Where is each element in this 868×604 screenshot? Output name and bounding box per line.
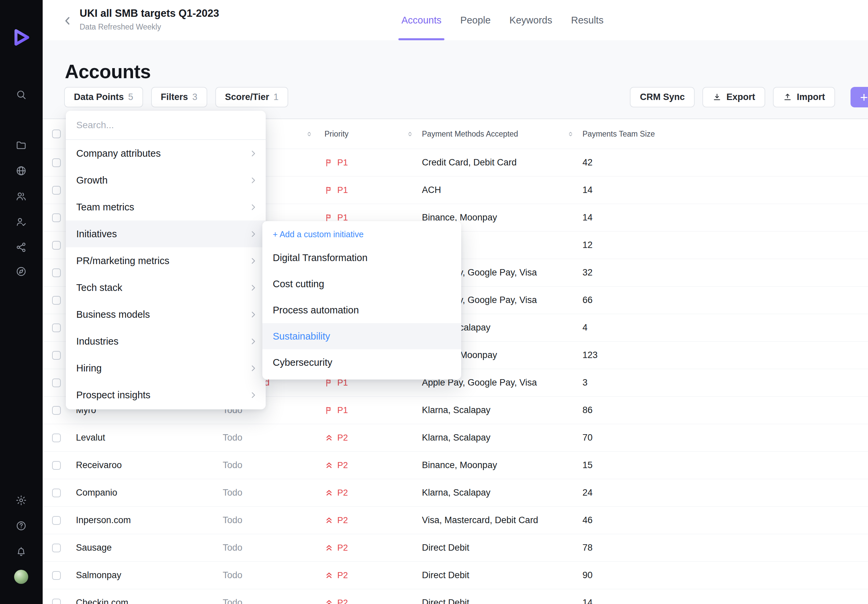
submenu-item-digital-transformation[interactable]: Digital Transformation bbox=[262, 245, 461, 271]
table-row[interactable]: LevalutTodoP2Klarna, Scalapay70 bbox=[43, 424, 868, 451]
sort-icon[interactable] bbox=[567, 131, 574, 137]
dropdown-item-tech-stack[interactable]: Tech stack bbox=[66, 274, 266, 301]
payment-methods-cell: Direct Debit bbox=[422, 598, 583, 604]
sidebar bbox=[0, 0, 43, 604]
chevrons-up-icon bbox=[324, 461, 333, 470]
add-button[interactable]: + bbox=[851, 87, 868, 107]
compass-icon[interactable] bbox=[16, 266, 27, 277]
sort-icon[interactable] bbox=[306, 131, 312, 137]
row-checkbox[interactable] bbox=[52, 488, 61, 497]
column-payment-methods: Payment Methods Accepted bbox=[422, 130, 583, 139]
submenu-item-cost-cutting[interactable]: Cost cutting bbox=[262, 271, 461, 297]
help-icon[interactable] bbox=[16, 520, 27, 531]
dropdown-item-prospect-insights[interactable]: Prospect insights bbox=[66, 382, 266, 408]
account-name: Checkin.com bbox=[76, 598, 223, 604]
row-checkbox[interactable] bbox=[52, 296, 61, 305]
payments-team-size-cell: 66 bbox=[583, 295, 868, 305]
row-checkbox[interactable] bbox=[52, 351, 61, 360]
row-checkbox[interactable] bbox=[52, 599, 61, 604]
chevron-right-icon bbox=[249, 176, 258, 185]
status-cell: Todo bbox=[223, 460, 321, 470]
folder-icon[interactable] bbox=[16, 140, 27, 151]
row-checkbox[interactable] bbox=[52, 516, 61, 525]
row-checkbox[interactable] bbox=[52, 406, 61, 415]
globe-icon[interactable] bbox=[16, 165, 27, 176]
back-button[interactable] bbox=[60, 14, 75, 28]
data-points-dropdown: Company attributesGrowthTeam metricsInit… bbox=[66, 111, 266, 409]
account-name: Receivaroo bbox=[76, 460, 223, 470]
dropdown-item-business-models[interactable]: Business models bbox=[66, 301, 266, 328]
import-button[interactable]: Import bbox=[773, 87, 835, 107]
column-priority: Priority bbox=[321, 130, 422, 139]
priority-cell: P2 bbox=[321, 570, 422, 581]
score-tier-button[interactable]: Score/Tier1 bbox=[215, 87, 288, 107]
tab-keywords[interactable]: Keywords bbox=[510, 0, 552, 40]
table-row[interactable]: Inperson.comTodoP2Visa, Mastercard, Debi… bbox=[43, 506, 868, 534]
dropdown-item-company-attributes[interactable]: Company attributes bbox=[66, 140, 266, 167]
dropdown-item-initiatives[interactable]: Initiatives bbox=[66, 221, 266, 247]
download-icon bbox=[713, 93, 722, 102]
tab-accounts[interactable]: Accounts bbox=[401, 0, 442, 40]
dropdown-item-growth[interactable]: Growth bbox=[66, 167, 266, 194]
table-row[interactable]: SalmonpayTodoP2Direct Debit90 bbox=[43, 561, 868, 589]
priority-cell: P2 bbox=[321, 515, 422, 525]
payment-methods-cell: ACH bbox=[422, 185, 583, 195]
sort-icon[interactable] bbox=[407, 131, 413, 137]
row-checkbox[interactable] bbox=[52, 323, 61, 332]
export-button[interactable]: Export bbox=[702, 87, 765, 107]
row-checkbox[interactable] bbox=[52, 158, 61, 167]
submenu-item-cybersecurity[interactable]: Cybersecurity bbox=[262, 349, 461, 375]
row-checkbox[interactable] bbox=[52, 544, 61, 552]
team-icon[interactable] bbox=[16, 191, 27, 202]
row-checkbox[interactable] bbox=[52, 571, 61, 580]
dropdown-item-pr-marketing-metrics[interactable]: PR/marketing metrics bbox=[66, 247, 266, 274]
tab-results[interactable]: Results bbox=[571, 0, 604, 40]
add-custom-initiative-link[interactable]: + Add a custom initiative bbox=[262, 221, 461, 245]
row-checkbox[interactable] bbox=[52, 269, 61, 277]
chevron-right-icon bbox=[249, 391, 258, 400]
payment-methods-cell: Klarna, Scalapay bbox=[422, 405, 583, 416]
chevron-left-icon bbox=[61, 14, 74, 27]
list-title: UKI all SMB targets Q1-2023 bbox=[80, 8, 219, 20]
row-checkbox[interactable] bbox=[52, 434, 61, 442]
user-check-icon[interactable] bbox=[16, 216, 27, 227]
table-row[interactable]: CompanioTodoP2Klarna, Scalapay24 bbox=[43, 479, 868, 506]
settings-icon[interactable] bbox=[16, 494, 27, 506]
chevron-right-icon bbox=[249, 149, 258, 158]
submenu-item-process-automation[interactable]: Process automation bbox=[262, 297, 461, 323]
user-avatar[interactable] bbox=[14, 570, 28, 584]
dropdown-item-team-metrics[interactable]: Team metrics bbox=[66, 194, 266, 221]
chevrons-up-icon bbox=[324, 516, 333, 525]
dropdown-item-industries[interactable]: Industries bbox=[66, 328, 266, 355]
notifications-icon[interactable] bbox=[16, 545, 27, 557]
table-row[interactable]: SausageTodoP2Direct Debit78 bbox=[43, 534, 868, 561]
row-checkbox[interactable] bbox=[52, 241, 61, 250]
row-checkbox[interactable] bbox=[52, 461, 61, 470]
data-points-button[interactable]: Data Points5 bbox=[64, 87, 143, 107]
row-checkbox[interactable] bbox=[52, 186, 61, 195]
list-header: UKI all SMB targets Q1-2023 Data Refresh… bbox=[80, 8, 219, 32]
search-icon[interactable] bbox=[16, 89, 27, 100]
dropdown-search-input[interactable] bbox=[76, 120, 255, 131]
payment-methods-cell: Direct Debit bbox=[422, 570, 583, 581]
app-logo[interactable] bbox=[10, 26, 32, 49]
table-row[interactable]: ReceivarooTodoP2Binance, Moonpay15 bbox=[43, 451, 868, 479]
row-checkbox[interactable] bbox=[52, 378, 61, 387]
payments-team-size-cell: 14 bbox=[583, 212, 868, 223]
payment-methods-cell: Klarna, Scalapay bbox=[422, 433, 583, 443]
table-row[interactable]: Checkin.comTodoP2Direct Debit14 bbox=[43, 589, 868, 604]
priority-cell: P1 bbox=[321, 158, 422, 168]
crm-sync-button[interactable]: CRM Sync bbox=[630, 87, 695, 107]
share-icon[interactable] bbox=[16, 242, 27, 253]
column-payments-team-size: Payments Team Size bbox=[583, 130, 868, 139]
select-all-checkbox[interactable] bbox=[52, 130, 61, 138]
dropdown-item-hiring[interactable]: Hiring bbox=[66, 355, 266, 382]
payments-team-size-cell: 46 bbox=[583, 515, 868, 525]
tab-people[interactable]: People bbox=[460, 0, 490, 40]
flag-icon bbox=[324, 378, 333, 387]
submenu-item-sustainability[interactable]: Sustainability bbox=[262, 323, 461, 349]
filters-button[interactable]: Filters3 bbox=[151, 87, 207, 107]
chevrons-up-icon bbox=[324, 571, 333, 580]
row-checkbox[interactable] bbox=[52, 213, 61, 222]
priority-cell: P2 bbox=[321, 542, 422, 553]
